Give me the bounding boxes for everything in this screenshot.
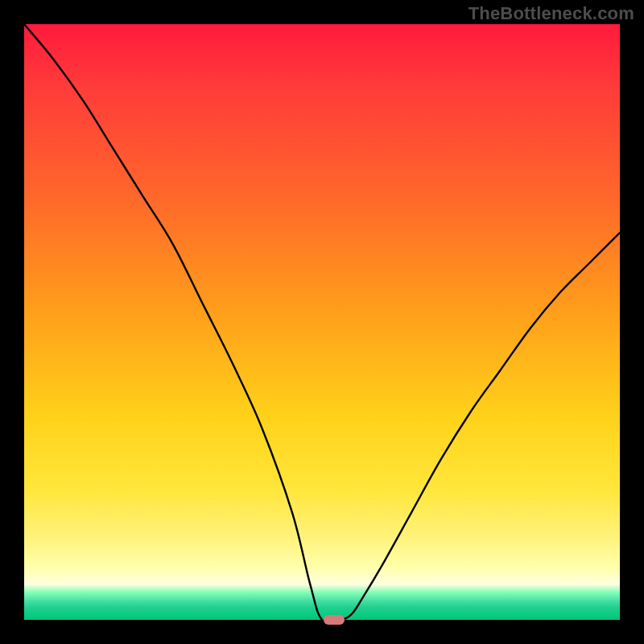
bottleneck-curve	[24, 24, 620, 620]
watermark-text: TheBottleneck.com	[469, 3, 634, 24]
chart-frame: TheBottleneck.com	[0, 0, 644, 644]
plot-area	[24, 24, 620, 620]
optimum-marker	[324, 615, 345, 625]
